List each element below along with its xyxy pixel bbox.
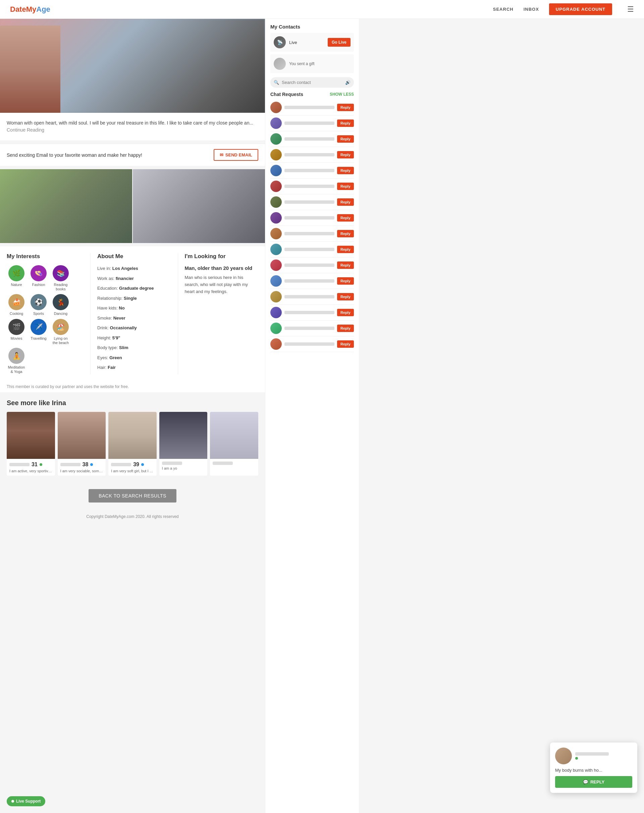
- work-value: financier: [116, 276, 134, 281]
- chat-item: Reply: [270, 163, 354, 179]
- see-more-card-5[interactable]: [210, 412, 258, 476]
- popup-info: [575, 752, 632, 759]
- live-support-button[interactable]: Live Support: [7, 796, 45, 806]
- chat-name-10: [285, 248, 334, 251]
- age-row-4: [162, 462, 205, 465]
- interests-grid: 🌿 Nature 👒 Fashion 📚 Reading books 🍰 Coo…: [7, 265, 84, 374]
- live-broadcast-icon: 📡: [277, 40, 283, 45]
- popup-inner: My body burns with ho... 💬 REPLY: [555, 747, 632, 788]
- chat-avatar-3: [270, 133, 282, 145]
- live-in-row: Live in: Los Angeles: [97, 265, 171, 272]
- footer: Copyright DateMyAge.com 2020. All rights…: [0, 509, 265, 524]
- see-more-info-2: 38 I am very sociable, sometim: [58, 459, 106, 476]
- logo-date: Date: [10, 5, 26, 14]
- see-more-img-5: [210, 412, 258, 459]
- chat-item: Reply: [270, 336, 354, 352]
- reply-button-12[interactable]: Reply: [337, 277, 354, 285]
- upgrade-account-button[interactable]: UPGRADE ACCOUNT: [549, 3, 612, 15]
- reply-button-5[interactable]: Reply: [337, 167, 354, 174]
- chat-avatar-16: [270, 338, 282, 350]
- chat-item: Reply: [270, 305, 354, 321]
- reply-button-1[interactable]: Reply: [337, 104, 354, 111]
- inbox-nav-link[interactable]: INBOX: [523, 7, 539, 12]
- see-more-card-1[interactable]: 31 I am active, very sportive yo: [7, 412, 55, 476]
- search-icon: 🔍: [274, 80, 279, 85]
- see-more-img-2: [58, 412, 106, 459]
- kids-label: Have kids:: [97, 305, 119, 310]
- show-less-link[interactable]: SHOW LESS: [330, 92, 354, 97]
- reply-button-8[interactable]: Reply: [337, 214, 354, 222]
- see-more-card-2[interactable]: 38 I am very sociable, sometim: [58, 412, 106, 476]
- send-email-banner: Send exciting Email to your favorite wom…: [0, 144, 265, 166]
- reply-button-11[interactable]: Reply: [337, 261, 354, 269]
- reply-button-10[interactable]: Reply: [337, 246, 354, 253]
- live-label: Live: [289, 40, 324, 45]
- page-layout: Woman with open heart, with mild soul. I…: [0, 19, 644, 813]
- education-value: Graduate degree: [119, 286, 154, 291]
- send-email-button[interactable]: ✉ SEND EMAIL: [214, 149, 258, 161]
- reply-button-4[interactable]: Reply: [337, 151, 354, 158]
- search-nav-link[interactable]: SEARCH: [493, 7, 514, 12]
- photo-grid-item-2[interactable]: [133, 169, 265, 243]
- chat-name-3: [285, 137, 334, 141]
- interests-title: My Interests: [7, 253, 84, 260]
- reply-button-2[interactable]: Reply: [337, 120, 354, 127]
- chat-avatar-5: [270, 165, 282, 176]
- voice-icon[interactable]: 🔊: [345, 80, 350, 85]
- cooking-icon: 🍰: [8, 294, 24, 310]
- chat-name-2: [285, 121, 334, 125]
- chat-name-11: [285, 264, 334, 267]
- reply-button-15[interactable]: Reply: [337, 325, 354, 332]
- photo-grid-item-1[interactable]: [0, 169, 132, 243]
- smoke-row: Smoke: Never: [97, 315, 171, 322]
- see-more-desc-3: I am very soft girl, but I say s: [111, 469, 154, 473]
- see-more-name-blur-4: [162, 462, 182, 465]
- reply-button-7[interactable]: Reply: [337, 198, 354, 206]
- see-more-card-3[interactable]: 39 I am very soft girl, but I say s: [109, 412, 157, 476]
- interest-yoga: 🧘 Meditation & Yoga: [7, 348, 26, 374]
- live-support-dot: [11, 800, 14, 802]
- chat-item: Reply: [270, 131, 354, 147]
- go-live-button[interactable]: Go Live: [328, 38, 350, 47]
- drink-row: Drink: Occasionally: [97, 325, 171, 331]
- popup-message: My body burns with ho...: [555, 768, 632, 773]
- continue-reading-link[interactable]: Continue Reading: [7, 127, 44, 133]
- movies-icon: 🎬: [8, 319, 24, 335]
- chat-item: Reply: [270, 179, 354, 194]
- eyes-row: Eyes: Green: [97, 354, 171, 361]
- popup-avatar: [555, 747, 572, 764]
- reply-button-16[interactable]: Reply: [337, 341, 354, 348]
- reply-button-6[interactable]: Reply: [337, 183, 354, 190]
- nature-icon: 🌿: [8, 265, 24, 281]
- chat-item: Reply: [270, 210, 354, 226]
- back-to-search-button[interactable]: BACK TO SEARCH RESULTS: [89, 489, 176, 503]
- dancing-icon: 💃: [53, 294, 69, 310]
- reply-button-14[interactable]: Reply: [337, 309, 354, 316]
- reply-button-9[interactable]: Reply: [337, 230, 354, 237]
- chat-name-4: [285, 153, 334, 156]
- my-contacts-title: My Contacts: [270, 24, 354, 29]
- eyes-label: Eyes:: [97, 355, 109, 360]
- smoke-value: Never: [113, 316, 125, 321]
- reply-button-13[interactable]: Reply: [337, 293, 354, 301]
- popup-reply-button[interactable]: 💬 REPLY: [555, 776, 632, 788]
- travelling-icon: ✈️: [31, 319, 47, 335]
- looking-for-subtitle: Man, older than 20 years old: [185, 265, 259, 271]
- interest-reading: 📚 Reading books: [51, 265, 70, 291]
- live-avatar: 📡: [274, 36, 286, 48]
- hair-row: Hair: Fair: [97, 364, 171, 371]
- chat-item: Reply: [270, 289, 354, 305]
- header: DateMyAge SEARCH INBOX UPGRADE ACCOUNT ☰: [0, 0, 644, 19]
- see-more-title: See more like Irina: [7, 399, 258, 407]
- interest-cooking: 🍰 Cooking: [7, 294, 26, 316]
- video-indicator-3: [141, 463, 144, 466]
- see-more-info-3: 39 I am very soft girl, but I say s: [109, 459, 157, 476]
- see-more-card-4[interactable]: I am a yo: [159, 412, 208, 476]
- chat-name-9: [285, 232, 334, 235]
- looking-for-title: I'm Looking for: [185, 253, 259, 260]
- hamburger-menu-icon[interactable]: ☰: [627, 5, 634, 14]
- header-nav: SEARCH INBOX UPGRADE ACCOUNT ☰: [493, 3, 634, 15]
- reply-button-3[interactable]: Reply: [337, 135, 354, 143]
- search-contact-input[interactable]: [282, 80, 343, 85]
- chat-avatar-13: [270, 291, 282, 302]
